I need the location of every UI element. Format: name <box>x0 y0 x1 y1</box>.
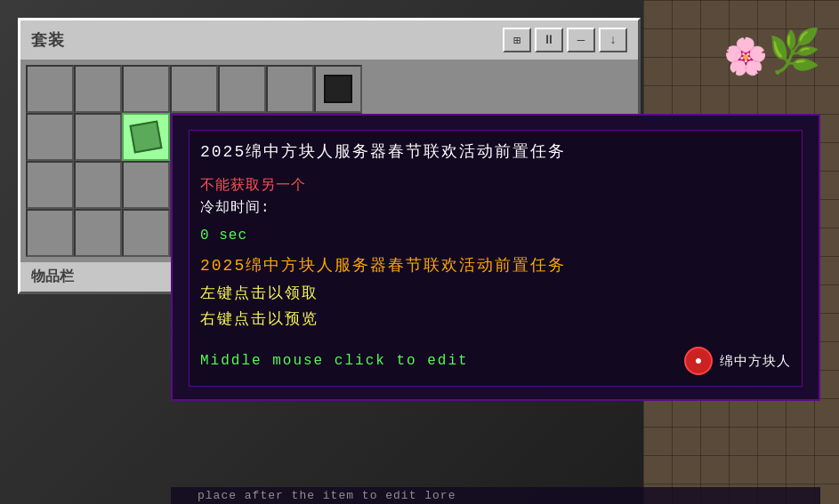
tooltip-inner: 2025绵中方块人服务器春节联欢活动前置任务 不能获取另一个 冷却时间: 0 s… <box>189 130 803 387</box>
grid-cell-0-6[interactable] <box>314 65 362 113</box>
tooltip-cooldown-label: 冷却时间: <box>200 198 791 217</box>
tooltip-middle-click: Middle mouse click to edit <box>200 353 469 369</box>
pink-flower-decoration: 🌸 <box>723 36 768 79</box>
tooltip-popup: 2025绵中方块人服务器春节联欢活动前置任务 不能获取另一个 冷却时间: 0 s… <box>171 114 820 401</box>
grid-cell-0-3[interactable] <box>170 65 218 113</box>
grid-cell-0-2[interactable] <box>122 65 170 113</box>
panel-btn-pause[interactable]: ⏸ <box>535 28 563 52</box>
grid-row-0 <box>26 65 633 113</box>
black-item-icon <box>322 73 354 105</box>
panel-btn-minus[interactable]: — <box>567 28 595 52</box>
grid-cell-3-1[interactable] <box>74 209 122 257</box>
green-item-icon <box>130 121 162 153</box>
grid-cell-0-0[interactable] <box>26 65 74 113</box>
logo-circle-icon: ● <box>684 347 713 375</box>
green-item <box>129 120 162 153</box>
grid-cell-0-5[interactable] <box>266 65 314 113</box>
grid-cell-2-2[interactable] <box>122 161 170 209</box>
grid-cell-0-4[interactable] <box>218 65 266 113</box>
grid-cell-1-2[interactable] <box>122 113 170 161</box>
panel-btn-down[interactable]: ↓ <box>599 28 627 52</box>
panel-title: 套装 <box>31 29 65 51</box>
tooltip-right-click: 右键点击以预览 <box>200 308 791 329</box>
tooltip-title: 2025绵中方块人服务器春节联欢活动前置任务 <box>200 141 791 164</box>
tooltip-cannot-get: 不能获取另一个 <box>200 176 791 195</box>
logo-text: 绵中方块人 <box>720 353 791 370</box>
grid-cell-3-2[interactable] <box>122 209 170 257</box>
grid-cell-0-1[interactable] <box>74 65 122 113</box>
black-item <box>324 75 352 103</box>
panel-title-bar: 套装 ⊞ ⏸ — ↓ <box>20 20 638 60</box>
grid-cell-2-1[interactable] <box>74 161 122 209</box>
panel-btn-grid[interactable]: ⊞ <box>503 28 531 52</box>
grid-cell-3-0[interactable] <box>26 209 74 257</box>
grid-cell-2-0[interactable] <box>26 161 74 209</box>
tooltip-logo: ● 绵中方块人 <box>684 347 791 375</box>
plant-decoration: 🌿 <box>768 27 821 78</box>
tooltip-bottom-row: Middle mouse click to edit ● 绵中方块人 <box>200 340 791 375</box>
tooltip-cooldown-value: 0 sec <box>200 228 791 244</box>
bottom-overflow-text: place after the item to edit lore <box>171 487 820 504</box>
tooltip-quest-name: 2025绵中方块人服务器春节联欢活动前置任务 <box>200 254 791 276</box>
tooltip-left-click: 左键点击以领取 <box>200 283 791 303</box>
grid-cell-1-1[interactable] <box>74 113 122 161</box>
grid-cell-1-0[interactable] <box>26 113 74 161</box>
panel-buttons: ⊞ ⏸ — ↓ <box>503 28 627 52</box>
logo-icon: ● <box>695 354 702 368</box>
